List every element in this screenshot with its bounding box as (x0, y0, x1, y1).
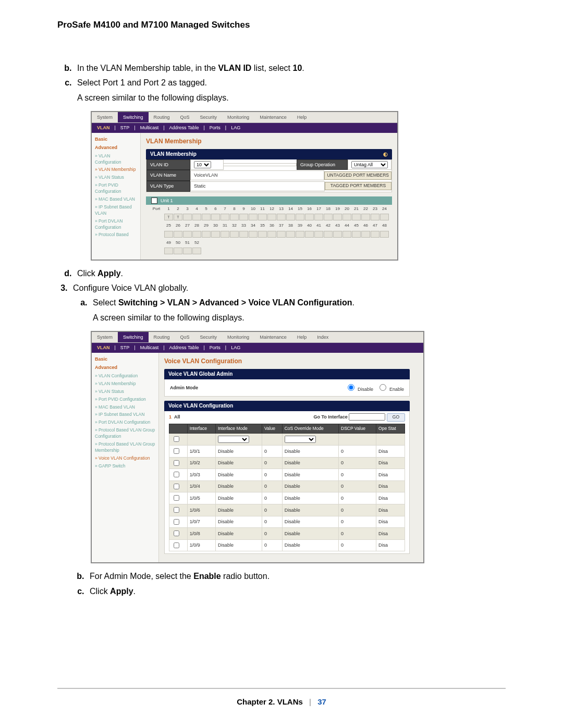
port-slot[interactable] (192, 214, 201, 220)
if-mode-select[interactable] (218, 436, 249, 443)
port-slot[interactable] (192, 248, 201, 254)
sidebar-item[interactable]: » VLAN Configuration (95, 152, 137, 166)
sidebar-item[interactable]: » Protocol Based VLAN Group Membership (95, 440, 155, 454)
tab-help[interactable]: Help (292, 112, 312, 122)
port-slot[interactable] (249, 231, 258, 238)
vlan-id-select[interactable]: 10 (194, 161, 211, 168)
group-op-select[interactable]: Untag All (351, 161, 388, 168)
subtab-stp[interactable]: STP (120, 344, 130, 351)
port-slot[interactable] (371, 214, 380, 220)
port-slot[interactable] (361, 214, 370, 220)
sidebar-item[interactable]: » GARP Switch (95, 462, 155, 470)
unit-strip[interactable]: Unit 1 (146, 196, 392, 205)
port-slot[interactable] (211, 214, 220, 220)
cos-select[interactable] (285, 436, 316, 443)
subtab-vlan[interactable]: VLAN (97, 344, 110, 351)
sidebar-item[interactable]: » VLAN Configuration (95, 372, 155, 380)
row-checkbox[interactable] (174, 472, 179, 477)
tab-help[interactable]: Help (292, 332, 312, 342)
port-slot[interactable] (286, 214, 295, 220)
subtab-ports[interactable]: Ports (210, 125, 221, 131)
sidebar-group-advanced[interactable]: Advanced (95, 364, 155, 371)
sidebar-item[interactable]: » Port PVID Configuration (95, 396, 155, 403)
sidebar-item[interactable]: » MAC Based VLAN (95, 196, 137, 204)
port-slot[interactable] (239, 231, 248, 238)
port-slot[interactable] (258, 214, 267, 220)
sidebar-item[interactable]: » MAC Based VLAN (95, 403, 155, 411)
port-slot[interactable] (258, 231, 267, 238)
port-slot[interactable] (352, 214, 361, 220)
tab-system[interactable]: System (92, 332, 118, 342)
sidebar-group-basic[interactable]: Basic (95, 136, 137, 143)
sidebar-group-advanced[interactable]: Advanced (95, 144, 137, 151)
port-slot[interactable] (202, 231, 211, 238)
sidebar-item[interactable]: » Protocol Based (95, 231, 137, 239)
port-slot[interactable] (380, 214, 389, 220)
all-label[interactable]: All (174, 414, 180, 419)
subtab-lag[interactable]: LAG (231, 125, 240, 131)
tab-maintenance[interactable]: Maintenance (254, 332, 292, 342)
sidebar-item[interactable]: » IP Subnet Based VLAN (95, 203, 137, 217)
port-slot[interactable] (305, 231, 314, 238)
port-slot[interactable] (221, 231, 229, 238)
port-slot[interactable] (314, 214, 323, 220)
port-slot[interactable] (174, 231, 182, 238)
help-icon[interactable]: ◐ (383, 151, 388, 158)
port-slot[interactable] (230, 214, 239, 220)
port-slot[interactable] (324, 231, 333, 238)
port-slot[interactable] (183, 248, 192, 254)
tab-monitoring[interactable]: Monitoring (222, 112, 254, 122)
tab-qos[interactable]: QoS (175, 332, 195, 342)
row-checkbox[interactable] (174, 530, 179, 536)
tab-maintenance[interactable]: Maintenance (254, 112, 292, 122)
port-slot[interactable] (202, 214, 211, 220)
port-slot[interactable] (352, 231, 361, 238)
port-slot[interactable] (314, 231, 323, 238)
port-slot[interactable] (333, 231, 342, 238)
port-slot[interactable]: T (174, 214, 182, 220)
row-checkbox[interactable] (174, 460, 179, 466)
tab-routing[interactable]: Routing (149, 332, 175, 342)
untagged-members-button[interactable]: UNTAGGED PORT MEMBERS (324, 171, 391, 180)
port-slot[interactable] (230, 231, 239, 238)
port-slot[interactable] (249, 214, 258, 220)
port-slot[interactable] (371, 231, 380, 238)
port-slot[interactable] (277, 214, 286, 220)
sidebar-item[interactable]: » VLAN Status (95, 174, 137, 182)
port-slot[interactable] (333, 214, 342, 220)
sidebar-item[interactable]: » Protocol Based VLAN Group Configuratio… (95, 427, 155, 441)
subtab-ports[interactable]: Ports (210, 344, 221, 351)
port-slot[interactable] (267, 231, 276, 238)
tab-routing[interactable]: Routing (149, 112, 175, 122)
row-checkbox[interactable] (174, 484, 179, 489)
row-checkbox[interactable] (174, 495, 179, 501)
sidebar-item[interactable]: » VLAN Membership (95, 380, 155, 388)
go-button[interactable]: GO (387, 413, 405, 422)
subtab-multicast[interactable]: Multicast (140, 344, 159, 351)
port-slot[interactable] (239, 214, 248, 220)
tagged-members-button[interactable]: TAGGED PORT MEMBERS (325, 182, 391, 190)
row-checkbox[interactable] (174, 542, 179, 548)
port-slot[interactable] (211, 231, 220, 238)
admin-mode-enable[interactable]: Enable (377, 387, 404, 392)
subtab-stp[interactable]: STP (120, 125, 130, 131)
sidebar-item-active[interactable]: » Voice VLAN Configuration (95, 454, 155, 462)
tab-system[interactable]: System (92, 112, 118, 122)
port-slot[interactable] (305, 214, 314, 220)
port-slot[interactable] (183, 214, 192, 220)
port-slot[interactable] (164, 248, 173, 254)
sidebar-item-active[interactable]: » VLAN Membership (95, 166, 137, 174)
sidebar-item[interactable]: » Port PVID Configuration (95, 182, 137, 196)
port-slot[interactable] (286, 231, 295, 238)
tab-security[interactable]: Security (195, 332, 223, 342)
port-slot[interactable] (277, 231, 286, 238)
row-checkbox[interactable] (174, 507, 179, 513)
port-slot[interactable] (324, 214, 333, 220)
row-checkbox[interactable] (174, 519, 179, 525)
row-select-all[interactable] (174, 436, 179, 442)
port-slot[interactable]: T (164, 214, 173, 220)
subtab-vlan[interactable]: VLAN (97, 125, 110, 131)
port-slot[interactable] (342, 231, 351, 238)
tab-monitoring[interactable]: Monitoring (222, 332, 254, 342)
admin-mode-disable[interactable]: Disable (345, 387, 373, 392)
